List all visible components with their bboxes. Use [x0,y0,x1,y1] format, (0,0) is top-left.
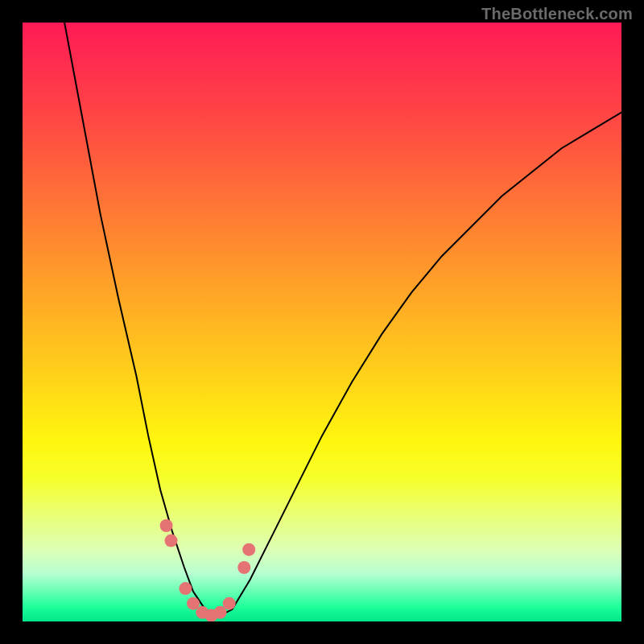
data-marker [237,561,250,574]
chart-frame: TheBottleneck.com [0,0,644,644]
data-marker [160,519,173,532]
data-marker [223,597,236,610]
bottleneck-curve [64,23,621,616]
data-marker [242,543,255,556]
curve-layer [23,23,621,621]
watermark-text: TheBottleneck.com [481,5,633,23]
data-marker [179,582,192,595]
marker-group [160,519,256,621]
plot-area [23,23,621,621]
data-marker [165,535,178,547]
